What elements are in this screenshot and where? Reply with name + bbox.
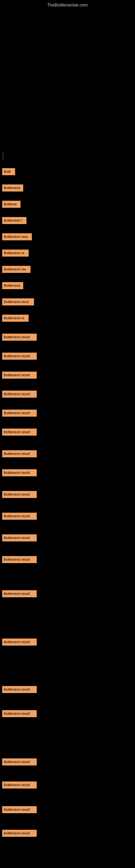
bottleneck-bar-12: Bottleneck result	[2, 352, 37, 360]
vertical-line	[3, 152, 3, 160]
bottleneck-bar-14: Bottleneck result	[2, 391, 37, 398]
bottleneck-bar-20: Bottleneck result	[2, 513, 37, 520]
bottleneck-bar-3: Bottlene	[2, 201, 20, 208]
bottleneck-bar-26: Bottleneck result	[2, 710, 37, 717]
bottleneck-bar-21: Bottleneck result	[2, 534, 37, 541]
bottleneck-bar-28: Bottleneck result	[2, 781, 37, 788]
bottleneck-bar-6: Bottleneck re	[2, 250, 29, 257]
bottleneck-bar-22: Bottleneck result	[2, 556, 37, 563]
bottleneck-bar-19: Bottleneck result	[2, 491, 37, 498]
bottleneck-bar-18: Bottleneck result	[2, 469, 37, 476]
bottleneck-bar-29: Bottleneck result	[2, 806, 37, 813]
bottleneck-bar-5: Bottleneck resu	[2, 233, 32, 240]
bottleneck-bar-7: Bottleneck res	[2, 266, 31, 273]
bottleneck-bar-17: Bottleneck result	[2, 450, 37, 457]
bottleneck-bar-27: Bottleneck result	[2, 758, 37, 766]
bottleneck-bar-10: Bottleneck re	[2, 315, 29, 322]
bottleneck-bar-2: Bottleneck	[2, 184, 23, 191]
bottleneck-bar-11: Bottleneck result	[2, 334, 37, 341]
site-title: TheBottlenecker.com	[0, 0, 135, 10]
bottleneck-bar-15: Bottleneck result	[2, 410, 37, 416]
bottleneck-bar-30: Bottleneck result	[2, 830, 37, 837]
bottleneck-bar-24: Bottleneck result	[2, 639, 37, 646]
bottleneck-bar-23: Bottleneck result	[2, 590, 37, 597]
bottleneck-bar-8: Bottleneck	[2, 282, 23, 289]
bottleneck-bar-9: Bottleneck resul	[2, 299, 34, 305]
bottleneck-bar-16: Bottleneck result	[2, 429, 37, 436]
bottleneck-bar-1: Bottl	[2, 168, 15, 175]
bottleneck-bar-4: Bottleneck r	[2, 217, 27, 224]
bottleneck-bar-13: Bottleneck result	[2, 372, 37, 379]
bottleneck-bar-25: Bottleneck result	[2, 686, 37, 693]
